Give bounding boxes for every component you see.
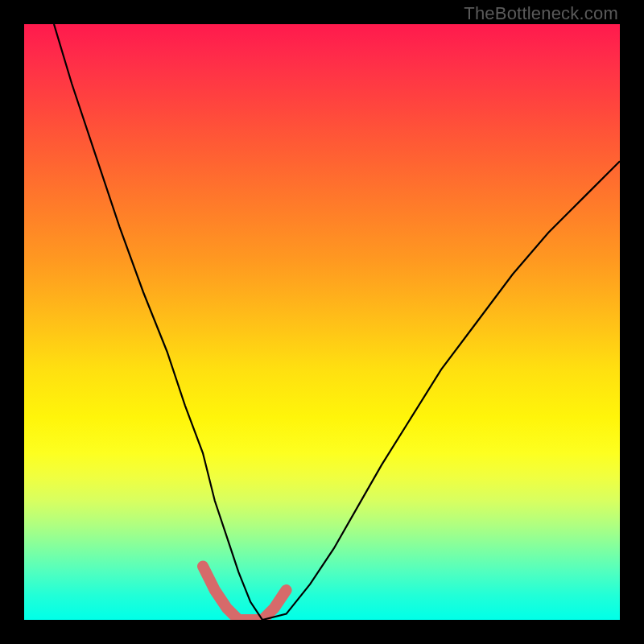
curve-svg	[24, 24, 620, 620]
highlight-segment	[203, 566, 287, 620]
chart-frame: TheBottleneck.com	[0, 0, 644, 644]
plot-area	[24, 24, 620, 620]
watermark-text: TheBottleneck.com	[464, 3, 618, 24]
bottleneck-curve	[54, 24, 620, 620]
